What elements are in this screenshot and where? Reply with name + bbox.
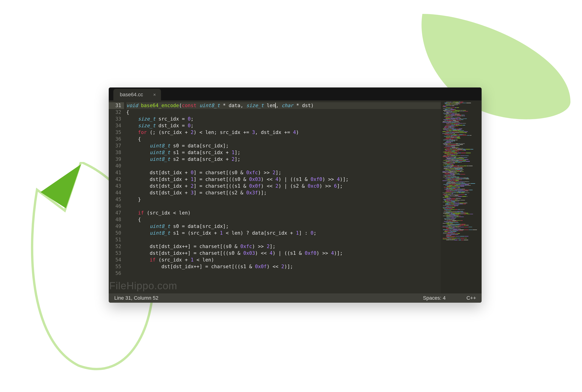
line-number: 39 — [109, 156, 121, 163]
code-line: void base64_encode(const uint8_t * data,… — [126, 102, 441, 109]
code-line: { — [126, 216, 441, 223]
code-area[interactable]: void base64_encode(const uint8_t * data,… — [124, 100, 441, 294]
code-line: dst[dst_idx + 0] = charset[(s0 & 0xfc) >… — [126, 170, 441, 176]
line-number: 35 — [109, 129, 121, 136]
status-indentation[interactable]: Spaces: 4 — [423, 295, 446, 301]
minimap[interactable] — [441, 100, 482, 294]
code-line: if (src_idx + 1 < len) — [126, 257, 441, 263]
code-line — [126, 163, 441, 170]
line-number: 49 — [109, 223, 121, 230]
line-number: 33 — [109, 116, 121, 122]
code-line: uint8_t s1 = data[src_idx + 1]; — [126, 149, 441, 156]
code-line: dst[dst_idx++] = charset[((s0 & 0x03) <<… — [126, 250, 441, 257]
code-line: uint8_t s1 = (src_idx + 1 < len) ? data[… — [126, 230, 441, 236]
line-number: 52 — [109, 243, 121, 250]
line-number: 50 — [109, 230, 121, 236]
line-number-gutter: 3132333435363738394041424344454647484950… — [109, 100, 124, 294]
line-number: 41 — [109, 170, 121, 176]
file-tab[interactable]: base64.cc × — [113, 89, 161, 100]
status-syntax[interactable]: C++ — [466, 295, 476, 301]
line-number: 36 — [109, 136, 121, 142]
code-line: uint8_t s2 = data[src_idx + 2]; — [126, 156, 441, 163]
line-number: 56 — [109, 270, 121, 277]
tab-bar: base64.cc × — [109, 88, 482, 100]
line-number: 42 — [109, 176, 121, 183]
line-number: 31 — [109, 102, 124, 109]
editor-body: 3132333435363738394041424344454647484950… — [109, 100, 482, 294]
line-number: 32 — [109, 109, 121, 116]
code-line: size_t src_idx = 0; — [126, 116, 441, 122]
line-number: 43 — [109, 183, 121, 190]
line-number: 53 — [109, 250, 121, 257]
code-line: dst[dst_idx + 1] = charset[((s0 & 0x03) … — [126, 176, 441, 183]
code-line: { — [126, 136, 441, 142]
code-line: } — [126, 196, 441, 203]
code-line: dst[dst_idx++] = charset[((s1 & 0x0f) <<… — [126, 263, 441, 270]
tab-title: base64.cc — [120, 92, 143, 98]
code-line — [126, 270, 441, 277]
code-line — [126, 203, 441, 210]
line-number: 51 — [109, 236, 121, 243]
code-line: uint8_t s0 = data[src_idx]; — [126, 223, 441, 230]
line-number: 47 — [109, 210, 121, 216]
close-icon[interactable]: × — [153, 92, 156, 97]
status-bar: Line 31, Column 52 Spaces: 4 C++ — [109, 294, 482, 303]
code-editor-window: base64.cc × 3132333435363738394041424344… — [109, 88, 482, 303]
line-number: 44 — [109, 190, 121, 196]
code-line: if (src_idx < len) — [126, 210, 441, 216]
line-number: 54 — [109, 257, 121, 263]
code-line: size_t dst_idx = 0; — [126, 122, 441, 129]
code-line: dst[dst_idx + 2] = charset[((s1 & 0x0f) … — [126, 183, 441, 190]
line-number: 48 — [109, 216, 121, 223]
code-line: dst[dst_idx++] = charset[(s0 & 0xfc) >> … — [126, 243, 441, 250]
code-line: dst[dst_idx + 3] = charset[(s2 & 0x3f)]; — [126, 190, 441, 196]
line-number: 37 — [109, 142, 121, 149]
code-line: for (; (src_idx + 2) < len; src_idx += 3… — [126, 129, 441, 136]
code-line — [126, 236, 441, 243]
code-line: uint8_t s0 = data[src_idx]; — [126, 142, 441, 149]
line-number: 45 — [109, 196, 121, 203]
code-line: { — [126, 109, 441, 116]
line-number: 55 — [109, 263, 121, 270]
line-number: 38 — [109, 149, 121, 156]
line-number: 34 — [109, 122, 121, 129]
line-number: 46 — [109, 203, 121, 210]
status-cursor-position[interactable]: Line 31, Column 52 — [114, 295, 423, 301]
line-number: 40 — [109, 163, 121, 170]
